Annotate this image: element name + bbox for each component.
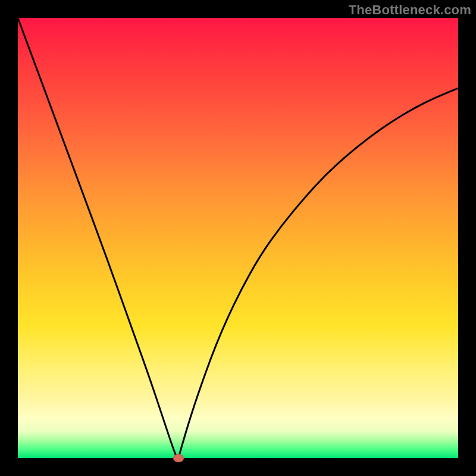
bottleneck-curve: [18, 18, 458, 458]
plot-area: [18, 18, 458, 458]
watermark-text: TheBottleneck.com: [349, 2, 471, 18]
chart-frame: TheBottleneck.com: [0, 0, 476, 476]
minimum-marker: [173, 454, 184, 462]
